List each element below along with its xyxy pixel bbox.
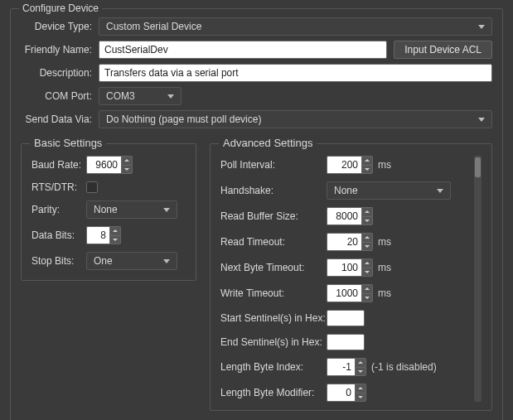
data-bits-down[interactable] xyxy=(109,235,121,245)
stop-bits-value: One xyxy=(94,255,113,267)
baud-rate-input[interactable] xyxy=(86,156,121,174)
com-port-label: COM Port: xyxy=(21,90,99,102)
length-byte-index-hint: (-1 is disabled) xyxy=(371,361,437,373)
data-bits-spinner[interactable] xyxy=(86,226,121,244)
stop-bits-label: Stop Bits: xyxy=(31,255,86,267)
description-input[interactable] xyxy=(99,64,492,82)
write-timeout-spinner[interactable] xyxy=(327,284,373,302)
com-port-select[interactable]: COM3 xyxy=(99,87,181,105)
read-buffer-size-label: Read Buffer Size: xyxy=(220,210,327,222)
poll-interval-spinner[interactable] xyxy=(327,156,373,174)
poll-interval-down[interactable] xyxy=(361,165,373,175)
send-data-via-value: Do Nothing (page must poll device) xyxy=(106,113,261,125)
write-timeout-input[interactable] xyxy=(327,284,361,302)
start-sentinel-label: Start Sentinel(s) in Hex: xyxy=(220,312,327,324)
handshake-value: None xyxy=(334,185,358,196)
length-byte-index-down[interactable] xyxy=(355,367,366,377)
next-byte-timeout-label: Next Byte Timeout: xyxy=(220,262,327,273)
stop-bits-select[interactable]: One xyxy=(86,252,177,270)
data-bits-label: Data Bits: xyxy=(31,229,86,241)
write-timeout-label: Write Timeout: xyxy=(220,287,327,299)
read-timeout-down[interactable] xyxy=(361,242,373,252)
length-byte-index-spinner[interactable] xyxy=(327,358,366,376)
rts-dtr-label: RTS/DTR: xyxy=(31,181,86,193)
parity-select[interactable]: None xyxy=(86,200,177,219)
poll-interval-input[interactable] xyxy=(327,156,361,174)
read-buffer-size-input[interactable] xyxy=(327,207,361,225)
length-byte-modifier-spinner[interactable] xyxy=(327,384,366,402)
handshake-label: Handshake: xyxy=(220,185,327,196)
write-timeout-up[interactable] xyxy=(361,284,373,293)
rts-dtr-checkbox[interactable] xyxy=(86,181,98,193)
device-type-value: Custom Serial Device xyxy=(106,21,201,32)
poll-interval-up[interactable] xyxy=(361,156,373,165)
send-data-via-select[interactable]: Do Nothing (page must poll device) xyxy=(99,110,492,128)
read-timeout-input[interactable] xyxy=(327,233,361,251)
parity-label: Parity: xyxy=(31,204,86,215)
description-label: Description: xyxy=(21,67,99,79)
device-type-select[interactable]: Custom Serial Device xyxy=(99,17,492,36)
send-data-via-label: Send Data Via: xyxy=(21,113,99,125)
length-byte-modifier-up[interactable] xyxy=(355,384,366,393)
length-byte-modifier-label: Length Byte Modifier: xyxy=(220,387,327,398)
handshake-select[interactable]: None xyxy=(327,181,451,200)
length-byte-modifier-input[interactable] xyxy=(327,384,355,402)
read-buffer-size-down[interactable] xyxy=(361,216,373,226)
advanced-settings-legend: Advanced Settings xyxy=(219,137,317,149)
friendly-name-input[interactable] xyxy=(99,41,387,59)
group-title: Configure Device xyxy=(19,2,102,14)
read-timeout-up[interactable] xyxy=(361,233,373,242)
input-device-acl-button[interactable]: Input Device ACL xyxy=(394,41,492,59)
baud-rate-label: Baud Rate: xyxy=(31,159,86,171)
next-byte-timeout-up[interactable] xyxy=(361,258,373,268)
advanced-settings-group: Advanced Settings Poll Interval: ms xyxy=(210,143,492,411)
parity-value: None xyxy=(94,204,118,215)
next-byte-timeout-down[interactable] xyxy=(361,268,373,278)
length-byte-index-input[interactable] xyxy=(327,358,355,376)
com-port-value: COM3 xyxy=(106,90,135,102)
configure-device-dialog: Configure Device Device Type: Custom Ser… xyxy=(0,0,513,420)
end-sentinel-input[interactable] xyxy=(327,334,365,350)
configure-device-group: Configure Device Device Type: Custom Ser… xyxy=(10,8,503,420)
baud-rate-spinner[interactable] xyxy=(86,156,133,174)
basic-settings-legend: Basic Settings xyxy=(30,137,106,149)
next-byte-timeout-spinner[interactable] xyxy=(327,258,373,277)
baud-rate-up[interactable] xyxy=(121,156,133,165)
read-timeout-label: Read Timeout: xyxy=(220,236,327,248)
friendly-name-label: Friendly Name: xyxy=(21,44,99,56)
next-byte-timeout-unit: ms xyxy=(378,262,391,273)
poll-interval-label: Poll Interval: xyxy=(220,159,327,171)
read-timeout-spinner[interactable] xyxy=(327,233,373,251)
read-timeout-unit: ms xyxy=(378,236,391,248)
write-timeout-unit: ms xyxy=(378,287,391,299)
read-buffer-size-up[interactable] xyxy=(361,207,373,216)
read-buffer-size-spinner[interactable] xyxy=(327,207,373,225)
data-bits-input[interactable] xyxy=(86,226,109,244)
basic-settings-group: Basic Settings Baud Rate: RTS/DTR: xyxy=(21,143,196,281)
data-bits-up[interactable] xyxy=(109,226,121,235)
advanced-scrollbar[interactable] xyxy=(474,156,482,402)
length-byte-index-label: Length Byte Index: xyxy=(220,361,327,373)
device-type-label: Device Type: xyxy=(21,21,99,32)
length-byte-modifier-down[interactable] xyxy=(355,393,366,403)
next-byte-timeout-input[interactable] xyxy=(327,258,361,277)
length-byte-index-up[interactable] xyxy=(355,358,366,367)
end-sentinel-label: End Sentinel(s) in Hex: xyxy=(220,336,327,348)
poll-interval-unit: ms xyxy=(378,159,391,171)
start-sentinel-input[interactable] xyxy=(327,310,365,326)
baud-rate-down[interactable] xyxy=(121,165,133,175)
write-timeout-down[interactable] xyxy=(361,293,373,303)
